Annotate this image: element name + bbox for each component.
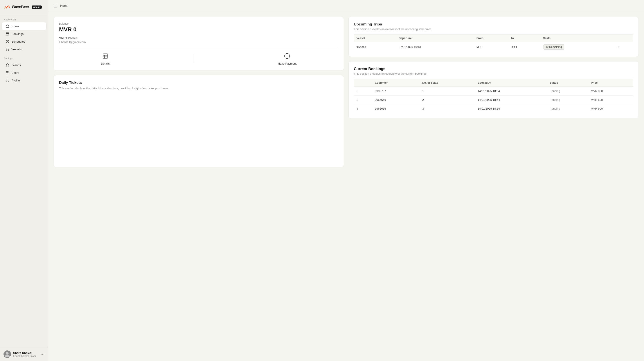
avatar [4,350,11,358]
row-chevron-icon: › [618,45,619,49]
sidebar-item-islands-label: Islands [12,64,21,67]
details-icon [101,52,110,60]
sidebar-user-area[interactable]: Sharif Khaleel ll.hawk.ll@gmail.com ⋯ [0,347,48,361]
departure-cell: 07/01/2025 16:13 [396,42,474,52]
col-vessel: Vessel [354,35,396,42]
col-departure: Departure [396,35,474,42]
svg-rect-12 [103,54,108,58]
admin-badge: Admin [32,6,42,9]
prefix-cell: S [354,104,372,113]
row-chevron-cell: › [615,42,633,52]
col-to: To [508,35,540,42]
balance-user-name: Sharif Khaleel [59,37,338,40]
daily-tickets-subtitle: This section displays the daily ticket s… [59,86,338,91]
table-row[interactable]: S 9966656 2 14/01/2025 18:54 Pending MVR… [354,96,633,104]
col-num-seats: No. of Seats [420,79,475,87]
upcoming-trips-subtitle: This section provides an overview of the… [354,28,633,31]
current-bookings-table: Customer No. of Seats Booked At Status P… [354,79,633,113]
current-bookings-tbody: S 9990787 1 14/01/2025 18:54 Pending MVR… [354,87,633,113]
customer-cell: 9966656 [372,104,420,113]
sidebar-item-users-label: Users [12,71,19,75]
price-cell: MVR 300 [588,87,633,96]
to-cell: RDD [508,42,540,52]
col-price: Price [588,79,633,87]
sidebar-item-bookings-label: Bookings [12,32,24,36]
balance-label: Balance [59,22,338,25]
main-area: Home Balance MVR 0 Sharif Khaleel ll.haw… [48,0,644,361]
seats-num-cell: 2 [420,96,475,104]
table-row[interactable]: xSpeed 07/01/2025 16:13 MLE RDD 40 Remai… [354,42,633,52]
current-bookings-thead: Customer No. of Seats Booked At Status P… [354,79,633,87]
vessels-icon [6,48,9,51]
user-more-button[interactable]: ⋯ [40,352,44,356]
users-icon [6,71,9,75]
col-from: From [474,35,508,42]
sidebar-item-islands[interactable]: Islands [2,61,46,69]
right-panel: Upcoming Trips This section provides an … [348,17,639,167]
sidebar: WavePass Admin Application Home Bookings… [0,0,48,361]
sidebar-user-info: Sharif Khaleel ll.hawk.ll@gmail.com [13,351,38,357]
prefix-cell: S [354,87,372,96]
status-cell: Pending [547,104,588,113]
sidebar-item-home[interactable]: Home [2,23,46,30]
balance-user-email: ll.hawk.ll@gmail.com [59,41,338,44]
logo-area: WavePass Admin [0,0,48,14]
sidebar-item-schedules[interactable]: Schedules [2,38,46,45]
sidebar-item-vessels-label: Vessels [12,48,22,51]
price-cell: MVR 900 [588,104,633,113]
sidebar-item-bookings[interactable]: Bookings [2,30,46,38]
svg-rect-10 [54,4,57,7]
current-bookings-card: Current Bookings This section provides a… [348,61,639,118]
svg-rect-0 [6,33,9,35]
col-action [615,35,633,42]
balance-actions: Details Make Payment [59,52,338,65]
application-section-label: Application [0,14,48,22]
settings-section: Settings Islands Users Profile [0,53,48,84]
customer-cell: 9990787 [372,87,420,96]
make-payment-button[interactable]: Make Payment [278,52,296,65]
upcoming-trips-table: Vessel Departure From To Seats xSpeed 07… [354,34,633,51]
sidebar-user-name: Sharif Khaleel [13,351,38,355]
sidebar-item-vessels[interactable]: Vessels [2,46,46,53]
upcoming-trips-tbody: xSpeed 07/01/2025 16:13 MLE RDD 40 Remai… [354,42,633,52]
sidebar-toggle-icon [54,4,58,8]
col-customer: Customer [372,79,420,87]
make-payment-icon [283,52,291,60]
sidebar-item-profile[interactable]: Profile [2,77,46,84]
bookings-icon [6,32,9,36]
sidebar-user-email: ll.hawk.ll@gmail.com [13,355,38,357]
sidebar-item-users[interactable]: Users [2,69,46,76]
svg-marker-5 [6,64,9,66]
daily-tickets-card: Daily Tickets This section displays the … [54,75,344,167]
col-prefix [354,79,372,87]
svg-point-9 [6,352,8,355]
table-row[interactable]: S 9990787 1 14/01/2025 18:54 Pending MVR… [354,87,633,96]
application-section: Application Home Bookings Schedules Vess… [0,14,48,53]
status-cell: Pending [547,96,588,104]
col-seats: Seats [540,35,615,42]
sidebar-toggle-button[interactable] [54,4,58,8]
vessel-cell: xSpeed [354,42,396,52]
price-cell: MVR 600 [588,96,633,104]
topbar: Home [48,0,644,12]
booked-at-cell: 14/01/2025 18:54 [475,87,547,96]
balance-card: Balance MVR 0 Sharif Khaleel ll.hawk.ll@… [54,17,344,71]
from-cell: MLE [474,42,508,52]
details-button[interactable]: Details [101,52,110,65]
current-bookings-subtitle: This section provides an overview of the… [354,72,633,75]
upcoming-trips-thead: Vessel Departure From To Seats [354,35,633,42]
islands-icon [6,63,9,67]
svg-point-7 [7,79,8,80]
content-area: Balance MVR 0 Sharif Khaleel ll.hawk.ll@… [48,12,644,361]
breadcrumb: Home [60,4,68,8]
customer-cell: 9966656 [372,96,420,104]
settings-section-label: Settings [0,53,48,61]
seats-badge: 40 Remaining [543,44,564,50]
seats-num-cell: 3 [420,104,475,113]
booked-at-cell: 14/01/2025 18:54 [475,104,547,113]
booked-at-cell: 14/01/2025 18:54 [475,96,547,104]
upcoming-trips-title: Upcoming Trips [354,22,633,27]
table-row[interactable]: S 9966656 3 14/01/2025 18:54 Pending MVR… [354,104,633,113]
wavepass-logo-icon [4,4,10,10]
home-icon [6,24,9,28]
